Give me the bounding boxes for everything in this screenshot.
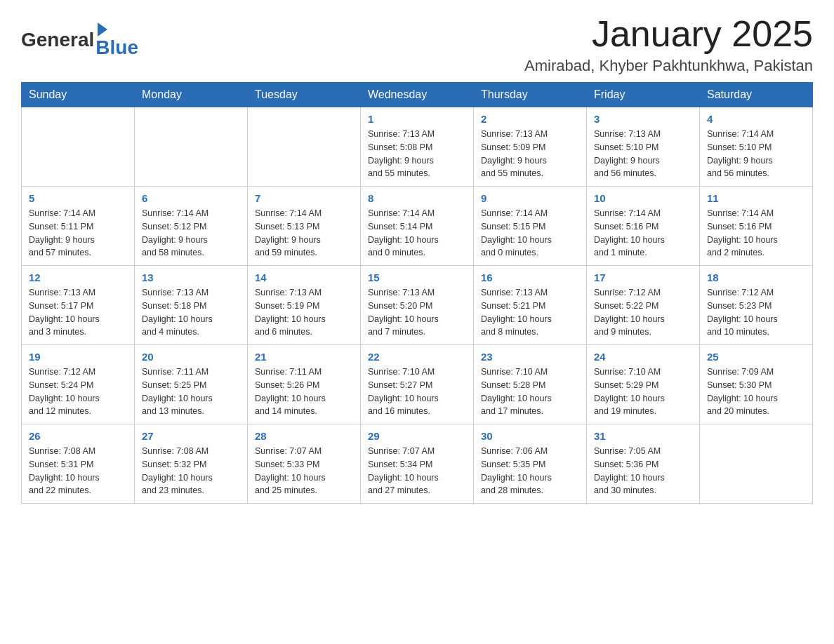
day-info: Sunrise: 7:13 AM Sunset: 5:17 PM Dayligh… — [29, 286, 127, 339]
day-number: 29 — [368, 430, 466, 442]
day-number: 3 — [594, 113, 692, 125]
day-info: Sunrise: 7:13 AM Sunset: 5:21 PM Dayligh… — [481, 286, 579, 339]
day-number: 17 — [594, 271, 692, 283]
calendar-week-row: 1Sunrise: 7:13 AM Sunset: 5:08 PM Daylig… — [22, 107, 813, 187]
day-number: 10 — [594, 192, 692, 204]
day-number: 24 — [594, 351, 692, 363]
calendar-title: January 2025 — [524, 14, 813, 54]
day-number: 27 — [142, 430, 240, 442]
day-number: 18 — [707, 271, 805, 283]
calendar-cell: 5Sunrise: 7:14 AM Sunset: 5:11 PM Daylig… — [22, 187, 135, 266]
calendar-cell: 31Sunrise: 7:05 AM Sunset: 5:36 PM Dayli… — [587, 424, 700, 504]
calendar-cell: 14Sunrise: 7:13 AM Sunset: 5:19 PM Dayli… — [248, 266, 361, 345]
day-info: Sunrise: 7:10 AM Sunset: 5:28 PM Dayligh… — [481, 365, 579, 418]
day-number: 25 — [707, 351, 805, 363]
day-info: Sunrise: 7:08 AM Sunset: 5:31 PM Dayligh… — [29, 445, 127, 497]
calendar-cell: 1Sunrise: 7:13 AM Sunset: 5:08 PM Daylig… — [361, 107, 474, 187]
day-info: Sunrise: 7:13 AM Sunset: 5:20 PM Dayligh… — [368, 286, 466, 339]
calendar-cell: 20Sunrise: 7:11 AM Sunset: 5:25 PM Dayli… — [135, 345, 248, 424]
day-info: Sunrise: 7:12 AM Sunset: 5:22 PM Dayligh… — [594, 286, 692, 339]
day-number: 23 — [481, 351, 579, 363]
day-number: 5 — [29, 192, 127, 204]
weekday-header: Friday — [587, 83, 700, 107]
calendar-cell: 8Sunrise: 7:14 AM Sunset: 5:14 PM Daylig… — [361, 187, 474, 266]
day-number: 6 — [142, 192, 240, 204]
day-info: Sunrise: 7:14 AM Sunset: 5:13 PM Dayligh… — [255, 207, 353, 260]
calendar-cell: 10Sunrise: 7:14 AM Sunset: 5:16 PM Dayli… — [587, 187, 700, 266]
day-info: Sunrise: 7:13 AM Sunset: 5:08 PM Dayligh… — [368, 128, 466, 180]
day-info: Sunrise: 7:05 AM Sunset: 5:36 PM Dayligh… — [594, 445, 692, 497]
title-block: January 2025 Amirabad, Khyber Pakhtunkhw… — [524, 14, 813, 75]
calendar-week-row: 19Sunrise: 7:12 AM Sunset: 5:24 PM Dayli… — [22, 345, 813, 424]
day-number: 26 — [29, 430, 127, 442]
calendar-cell: 17Sunrise: 7:12 AM Sunset: 5:22 PM Dayli… — [587, 266, 700, 345]
logo-general-text: General — [21, 29, 94, 51]
day-number: 7 — [255, 192, 353, 204]
day-number: 22 — [368, 351, 466, 363]
day-info: Sunrise: 7:12 AM Sunset: 5:24 PM Dayligh… — [29, 365, 127, 418]
calendar-cell: 29Sunrise: 7:07 AM Sunset: 5:34 PM Dayli… — [361, 424, 474, 504]
page-header: General Blue January 2025 Amirabad, Khyb… — [21, 14, 813, 75]
logo-blue-text: Blue — [95, 36, 138, 59]
weekday-header: Monday — [135, 83, 248, 107]
weekday-header: Thursday — [474, 83, 587, 107]
calendar-cell: 16Sunrise: 7:13 AM Sunset: 5:21 PM Dayli… — [474, 266, 587, 345]
day-info: Sunrise: 7:14 AM Sunset: 5:12 PM Dayligh… — [142, 207, 240, 260]
calendar-body: 1Sunrise: 7:13 AM Sunset: 5:08 PM Daylig… — [22, 107, 813, 504]
day-number: 13 — [142, 271, 240, 283]
calendar-cell: 11Sunrise: 7:14 AM Sunset: 5:16 PM Dayli… — [700, 187, 813, 266]
day-number: 4 — [707, 113, 805, 125]
day-info: Sunrise: 7:06 AM Sunset: 5:35 PM Dayligh… — [481, 445, 579, 497]
day-info: Sunrise: 7:13 AM Sunset: 5:18 PM Dayligh… — [142, 286, 240, 339]
day-number: 19 — [29, 351, 127, 363]
calendar-cell: 26Sunrise: 7:08 AM Sunset: 5:31 PM Dayli… — [22, 424, 135, 504]
calendar-cell — [700, 424, 813, 504]
day-number: 11 — [707, 192, 805, 204]
calendar-subtitle: Amirabad, Khyber Pakhtunkhwa, Pakistan — [524, 57, 813, 75]
calendar-cell: 23Sunrise: 7:10 AM Sunset: 5:28 PM Dayli… — [474, 345, 587, 424]
calendar-cell: 15Sunrise: 7:13 AM Sunset: 5:20 PM Dayli… — [361, 266, 474, 345]
day-number: 14 — [255, 271, 353, 283]
day-number: 9 — [481, 192, 579, 204]
calendar-header: SundayMondayTuesdayWednesdayThursdayFrid… — [22, 83, 813, 107]
calendar-cell: 18Sunrise: 7:12 AM Sunset: 5:23 PM Dayli… — [700, 266, 813, 345]
calendar-cell: 25Sunrise: 7:09 AM Sunset: 5:30 PM Dayli… — [700, 345, 813, 424]
calendar-cell: 4Sunrise: 7:14 AM Sunset: 5:10 PM Daylig… — [700, 107, 813, 187]
weekday-row: SundayMondayTuesdayWednesdayThursdayFrid… — [22, 83, 813, 107]
day-number: 21 — [255, 351, 353, 363]
day-number: 28 — [255, 430, 353, 442]
calendar-cell: 22Sunrise: 7:10 AM Sunset: 5:27 PM Dayli… — [361, 345, 474, 424]
weekday-header: Saturday — [700, 83, 813, 107]
calendar-cell — [248, 107, 361, 187]
day-number: 1 — [368, 113, 466, 125]
calendar-cell: 12Sunrise: 7:13 AM Sunset: 5:17 PM Dayli… — [22, 266, 135, 345]
day-info: Sunrise: 7:10 AM Sunset: 5:27 PM Dayligh… — [368, 365, 466, 418]
day-number: 20 — [142, 351, 240, 363]
calendar-cell: 24Sunrise: 7:10 AM Sunset: 5:29 PM Dayli… — [587, 345, 700, 424]
day-info: Sunrise: 7:07 AM Sunset: 5:33 PM Dayligh… — [255, 445, 353, 497]
day-info: Sunrise: 7:14 AM Sunset: 5:15 PM Dayligh… — [481, 207, 579, 260]
calendar-cell: 30Sunrise: 7:06 AM Sunset: 5:35 PM Dayli… — [474, 424, 587, 504]
day-number: 30 — [481, 430, 579, 442]
day-info: Sunrise: 7:14 AM Sunset: 5:14 PM Dayligh… — [368, 207, 466, 260]
calendar-cell: 3Sunrise: 7:13 AM Sunset: 5:10 PM Daylig… — [587, 107, 700, 187]
day-info: Sunrise: 7:08 AM Sunset: 5:32 PM Dayligh… — [142, 445, 240, 497]
weekday-header: Sunday — [22, 83, 135, 107]
calendar-cell: 9Sunrise: 7:14 AM Sunset: 5:15 PM Daylig… — [474, 187, 587, 266]
day-info: Sunrise: 7:14 AM Sunset: 5:10 PM Dayligh… — [707, 128, 805, 180]
day-number: 31 — [594, 430, 692, 442]
day-info: Sunrise: 7:09 AM Sunset: 5:30 PM Dayligh… — [707, 365, 805, 418]
calendar-cell — [22, 107, 135, 187]
day-info: Sunrise: 7:14 AM Sunset: 5:16 PM Dayligh… — [594, 207, 692, 260]
day-info: Sunrise: 7:11 AM Sunset: 5:26 PM Dayligh… — [255, 365, 353, 418]
day-number: 8 — [368, 192, 466, 204]
day-info: Sunrise: 7:14 AM Sunset: 5:16 PM Dayligh… — [707, 207, 805, 260]
day-number: 16 — [481, 271, 579, 283]
day-info: Sunrise: 7:13 AM Sunset: 5:10 PM Dayligh… — [594, 128, 692, 180]
calendar-table: SundayMondayTuesdayWednesdayThursdayFrid… — [21, 82, 813, 504]
calendar-cell: 28Sunrise: 7:07 AM Sunset: 5:33 PM Dayli… — [248, 424, 361, 504]
weekday-header: Wednesday — [361, 83, 474, 107]
day-number: 2 — [481, 113, 579, 125]
day-info: Sunrise: 7:11 AM Sunset: 5:25 PM Dayligh… — [142, 365, 240, 418]
calendar-week-row: 26Sunrise: 7:08 AM Sunset: 5:31 PM Dayli… — [22, 424, 813, 504]
